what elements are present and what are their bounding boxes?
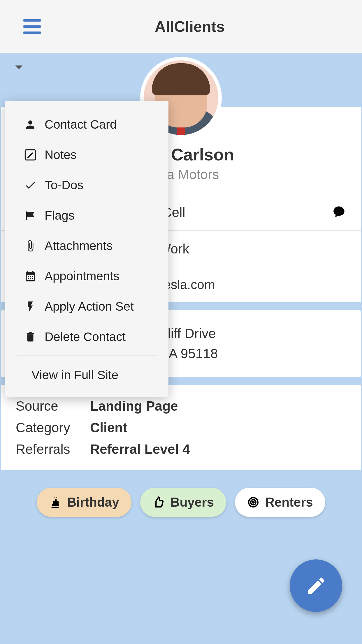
menu-todos[interactable]: To-Dos [5,170,168,200]
chip-label: Birthday [67,495,119,510]
menu-delete-contact[interactable]: Delete Contact [5,322,168,352]
chevron-down-icon[interactable] [15,65,23,72]
chip-label: Renters [265,495,313,510]
menu-contact-card[interactable]: Contact Card [5,109,168,140]
menu-label: Appointments [45,269,120,283]
menu-apply-action-set[interactable]: Apply Action Set [5,291,168,322]
menu-attachments[interactable]: Attachments [5,231,168,261]
edit-fab[interactable] [290,559,342,612]
calendar-icon [24,270,36,282]
dropdown-menu: Contact Card Notes To-Dos Flags Attachme… [5,101,168,397]
tag-birthday[interactable]: Birthday [37,488,131,517]
attachment-icon [24,240,36,252]
meta-referrals: Referrals Referral Level 4 [16,441,346,457]
person-icon [24,118,36,131]
menu-label: Notes [45,148,77,162]
menu-flags[interactable]: Flags [5,200,168,231]
edit-icon [24,149,36,161]
chat-icon[interactable] [332,205,346,220]
menu-label: Delete Contact [45,330,126,344]
header: AllClients [0,0,362,53]
menu-appointments[interactable]: Appointments [5,261,168,291]
pencil-icon [305,575,327,597]
cake-icon [49,496,61,508]
menu-icon[interactable] [23,19,41,34]
trash-icon [24,331,36,343]
divider [17,356,157,356]
bolt-icon [24,300,36,313]
menu-label: To-Dos [45,178,83,192]
menu-label: Apply Action Set [45,300,134,314]
menu-label: Attachments [45,239,113,253]
tag-buyers[interactable]: Buyers [140,488,226,517]
flag-icon [24,209,36,222]
meta-source: Source Landing Page [16,398,346,414]
tag-renters[interactable]: Renters [235,488,325,517]
chip-label: Buyers [171,495,214,510]
menu-label: Flags [45,209,75,223]
meta-card: Source Landing Page Category Client Refe… [1,385,361,470]
menu-label: View in Full Site [31,368,118,382]
menu-notes[interactable]: Notes [5,140,168,170]
meta-category: Category Client [16,420,346,435]
menu-label: Contact Card [45,118,117,132]
svg-point-4 [252,501,254,503]
check-icon [24,179,36,191]
thumbsup-icon [152,496,165,508]
page-title: AllClients [155,18,225,35]
menu-view-full-site[interactable]: View in Full Site [5,359,168,388]
target-icon [247,496,259,508]
tags-row: Birthday Buyers Renters [0,488,362,517]
